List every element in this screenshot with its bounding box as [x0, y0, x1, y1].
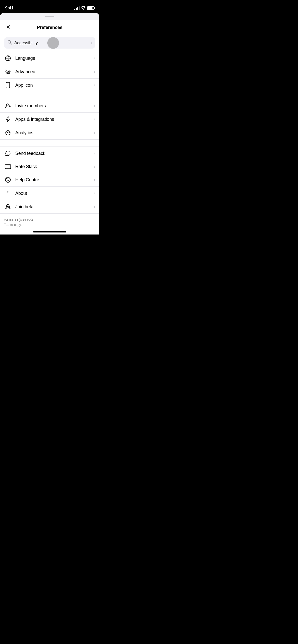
language-menu-item[interactable]: Language › — [0, 52, 99, 65]
apps-integrations-label: Apps & integrations — [15, 117, 94, 122]
gauge-icon — [4, 130, 12, 136]
analytics-label: Analytics — [15, 130, 94, 136]
language-label: Language — [15, 56, 94, 61]
globe-icon — [4, 55, 12, 61]
invite-members-label: Invite members — [15, 103, 94, 109]
app-icon-chevron: › — [94, 83, 95, 87]
keyboard-icon — [4, 164, 12, 169]
rate-slack-menu-item[interactable]: Rate Slack › — [0, 160, 99, 173]
section-gap-1 — [0, 92, 99, 99]
send-feedback-label: Send feedback — [15, 151, 94, 156]
app-icon-menu-item[interactable]: App icon › — [0, 79, 99, 92]
about-chevron: › — [94, 191, 95, 196]
wifi-icon — [81, 6, 86, 10]
svg-point-9 — [6, 104, 8, 106]
lightning-icon — [4, 116, 12, 122]
version-number: 24.03.30 (439065) — [4, 218, 95, 222]
svg-point-6 — [6, 70, 10, 74]
language-chevron: › — [94, 56, 95, 61]
svg-line-27 — [6, 178, 7, 179]
analytics-chevron: › — [94, 130, 95, 135]
advanced-menu-item[interactable]: Advanced › — [0, 65, 99, 79]
info-icon — [4, 190, 12, 196]
search-icon — [7, 40, 12, 46]
advanced-chevron: › — [94, 69, 95, 74]
svg-point-26 — [7, 179, 9, 181]
lifesaver-icon — [4, 177, 12, 183]
main-content: ✕ Preferences Accessibility › Lang — [0, 20, 99, 229]
close-button[interactable]: ✕ — [4, 23, 12, 31]
rocket-icon — [4, 204, 12, 210]
join-beta-menu-item[interactable]: Join beta › — [0, 200, 99, 213]
sheet-handle-area — [0, 13, 99, 20]
phone-icon — [4, 82, 12, 88]
about-label: About — [15, 191, 94, 196]
svg-line-29 — [9, 178, 10, 179]
help-centre-chevron: › — [94, 178, 95, 182]
help-centre-label: Help Centre — [15, 177, 94, 183]
accessibility-chevron: › — [91, 41, 92, 45]
version-tap-text: Tap to copy. — [4, 223, 95, 227]
svg-line-30 — [6, 181, 7, 182]
status-icons — [74, 6, 94, 10]
apps-integrations-menu-item[interactable]: Apps & integrations › — [0, 113, 99, 126]
accessibility-label: Accessibility — [14, 40, 91, 46]
advanced-gear-icon — [4, 69, 12, 75]
apps-integrations-chevron: › — [94, 117, 95, 122]
help-centre-menu-item[interactable]: Help Centre › — [0, 173, 99, 187]
sheet-handle — [45, 16, 54, 17]
invite-members-chevron: › — [94, 104, 95, 108]
svg-point-32 — [7, 206, 8, 207]
header: ✕ Preferences — [0, 20, 99, 34]
header-title: Preferences — [37, 25, 62, 30]
advanced-label: Advanced — [15, 69, 94, 75]
analytics-menu-item[interactable]: Analytics › — [0, 126, 99, 139]
accessibility-menu-item[interactable]: Accessibility › — [4, 37, 95, 49]
svg-point-14 — [8, 133, 8, 133]
svg-line-28 — [9, 181, 10, 182]
battery-icon — [87, 6, 94, 10]
svg-point-31 — [8, 191, 8, 192]
svg-marker-12 — [6, 117, 10, 122]
general-section: Language › Advanced › App — [0, 52, 99, 92]
team-section: Invite members › Apps & integrations › — [0, 99, 99, 140]
home-indicator-area — [0, 229, 99, 235]
feedback-icon — [4, 150, 12, 156]
signal-icon — [74, 6, 79, 10]
status-time: 9:41 — [5, 6, 13, 11]
join-beta-label: Join beta — [15, 204, 94, 210]
join-beta-chevron: › — [94, 204, 95, 209]
status-bar: 9:41 — [0, 0, 99, 13]
version-area[interactable]: 24.03.30 (439065) Tap to copy. — [0, 214, 99, 229]
close-icon: ✕ — [6, 24, 10, 30]
send-feedback-menu-item[interactable]: Send feedback › — [0, 147, 99, 160]
svg-line-1 — [10, 43, 12, 44]
section-gap-2 — [0, 140, 99, 147]
about-menu-item[interactable]: About › — [0, 187, 99, 200]
rate-slack-chevron: › — [94, 164, 95, 169]
person-plus-icon — [4, 103, 12, 109]
rate-slack-label: Rate Slack — [15, 164, 94, 169]
home-bar — [33, 231, 66, 232]
support-section: Send feedback › Rate Slack — [0, 147, 99, 214]
invite-members-menu-item[interactable]: Invite members › — [0, 99, 99, 113]
send-feedback-chevron: › — [94, 151, 95, 156]
svg-point-5 — [7, 71, 9, 72]
app-icon-label: App icon — [15, 83, 94, 88]
